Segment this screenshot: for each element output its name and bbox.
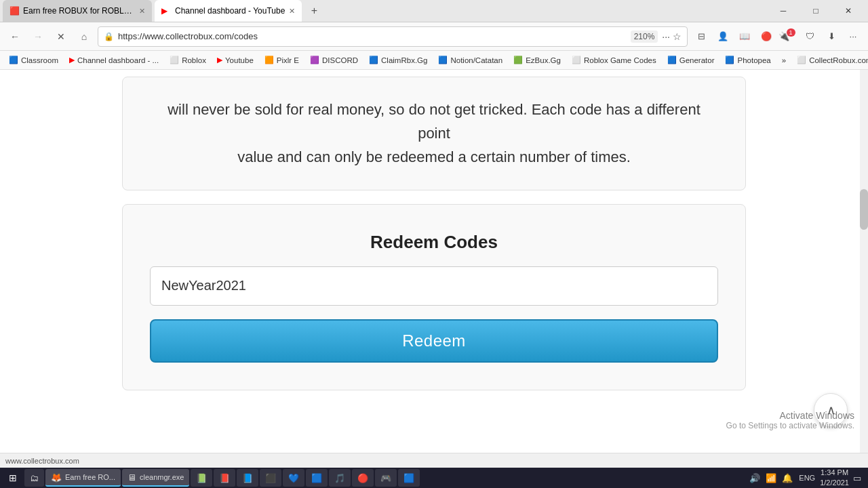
close-button[interactable]: ✕: [833, 0, 864, 22]
powerpoint-icon: 📕: [219, 473, 230, 483]
status-url: www.collectrobux.com: [5, 457, 79, 465]
maximize-button[interactable]: □: [800, 0, 831, 22]
bookmark-discord[interactable]: 🟪 DISCORD: [305, 54, 363, 66]
scrollbar-thumb[interactable]: [860, 189, 868, 230]
immersive-reader-icon[interactable]: 📖: [735, 27, 754, 46]
home-button[interactable]: ⌂: [75, 27, 94, 46]
page-content: will never be sold for real money, so do…: [102, 70, 766, 390]
taskbar-cmd[interactable]: ⬛: [260, 469, 281, 487]
taskbar-powerpoint[interactable]: 📕: [214, 469, 235, 487]
bookmark-star-icon[interactable]: ☆: [673, 31, 682, 42]
taskbar-app4[interactable]: 🟦: [398, 469, 420, 487]
claimrbx-icon: 🟦: [369, 56, 378, 64]
pixlr-icon: 🟧: [264, 56, 274, 64]
tab-1-title: Earn free ROBUX for ROBLOX!: [23, 6, 135, 16]
bookmark-classroom[interactable]: 🟦 Classroom: [4, 54, 63, 66]
tab-1[interactable]: 🟥 Earn free ROBUX for ROBLOX! ✕: [3, 0, 152, 22]
menu-button[interactable]: ···: [844, 27, 863, 46]
bookmark-more[interactable]: »: [777, 55, 791, 66]
extension-2-icon[interactable]: 🔌 1: [778, 27, 797, 46]
profile-button[interactable]: 👤: [713, 27, 732, 46]
youtube-icon-2: ▶: [217, 56, 222, 64]
taskbar-app3[interactable]: 🎮: [375, 469, 397, 487]
taskbar-record[interactable]: 🔴: [352, 469, 374, 487]
tab-2-close[interactable]: ✕: [289, 7, 295, 16]
more-options-icon[interactable]: ···: [662, 31, 670, 42]
taskbar-app1[interactable]: 🟦: [306, 469, 328, 487]
excel-icon: 📗: [196, 473, 207, 483]
bookmark-roblox-codes[interactable]: ⬜ Roblox Game Codes: [567, 54, 661, 66]
cleanmgr-icon: 🖥: [127, 472, 136, 483]
bookmark-label: CollectRobux.com: [809, 56, 868, 64]
youtube-icon-1: ▶: [69, 56, 75, 64]
cmd-icon: ⬛: [265, 473, 276, 483]
system-tray: 🔊 📶 🔔 ENG 1:34 PM 1/2/2021 ▭: [748, 468, 865, 488]
collections-button[interactable]: ⊟: [692, 27, 711, 46]
ezbux-icon: 🟩: [513, 56, 523, 64]
show-desktop-icon[interactable]: ▭: [852, 473, 863, 483]
speakers-icon[interactable]: 🔊: [748, 473, 762, 483]
tray-clock[interactable]: 1:34 PM 1/2/2021: [820, 468, 849, 488]
reload-stop-button[interactable]: ✕: [52, 27, 71, 46]
bookmark-label: Youtube: [225, 56, 254, 64]
taskbar-word[interactable]: 📘: [237, 469, 258, 487]
language-indicator[interactable]: ENG: [797, 474, 817, 482]
bookmark-pixlr[interactable]: 🟧 Pixlr E: [260, 54, 304, 66]
minimize-button[interactable]: ─: [768, 0, 799, 22]
bookmark-label: Notion/Catatan: [450, 56, 502, 64]
bookmark-collectrobux[interactable]: ⬜ CollectRobux.com: [792, 54, 868, 66]
taskbar-ps[interactable]: 💙: [283, 469, 304, 487]
bookmark-notion[interactable]: 🟦 Notion/Catatan: [433, 54, 507, 66]
bookmark-claimrbx[interactable]: 🟦 ClaimRbx.Gg: [364, 54, 432, 66]
bookmark-youtube[interactable]: ▶ Youtube: [212, 54, 258, 66]
taskbar-firefox[interactable]: 🦊 Earn free RO...: [45, 469, 121, 487]
scrollbar-track[interactable]: [860, 70, 868, 468]
bookmark-label: Roblox: [182, 56, 206, 64]
lock-icon: 🔒: [104, 32, 114, 41]
app4-icon: 🟦: [403, 473, 414, 483]
notion-icon: 🟦: [438, 56, 448, 64]
photopea-icon: 🟦: [725, 56, 734, 64]
chevron-up-icon: ∧: [827, 403, 835, 418]
classroom-icon: 🟦: [9, 56, 18, 64]
app2-icon: 🎵: [334, 473, 345, 483]
taskbar-roblox-label: Earn free RO...: [65, 473, 115, 481]
window-controls: ─ □ ✕: [768, 0, 868, 22]
taskbar-file-explorer[interactable]: 🗂: [24, 469, 44, 487]
redeem-button[interactable]: Redeem: [150, 319, 718, 363]
taskbar-app2[interactable]: 🎵: [329, 469, 351, 487]
new-tab-button[interactable]: +: [304, 1, 323, 20]
tab-2-favicon: ▶: [161, 6, 171, 16]
downloads-button[interactable]: ⬇: [822, 27, 841, 46]
roblox-codes-icon: ⬜: [572, 56, 581, 64]
word-icon: 📘: [242, 473, 253, 483]
url-text[interactable]: https://www.collectrobux.com/codes: [118, 31, 627, 41]
scroll-to-top-button[interactable]: ∧: [814, 393, 848, 427]
taskbar-excel[interactable]: 📗: [191, 469, 212, 487]
bookmark-ezbux[interactable]: 🟩 EzBux.Gg: [509, 54, 566, 66]
roblox-icon: ⬜: [170, 56, 179, 64]
bookmark-roblox[interactable]: ⬜ Roblox: [165, 54, 211, 66]
back-button[interactable]: ←: [5, 27, 24, 46]
toolbar-right: ⊟ 👤 📖 🔴 🔌 1 🛡 ⬇ ···: [692, 27, 863, 46]
taskbar-cleanmgr[interactable]: 🖥 cleanmgr.exe: [122, 469, 189, 487]
start-button[interactable]: ⊞: [3, 470, 23, 486]
extension-3-icon[interactable]: 🛡: [800, 27, 819, 46]
bookmark-generator[interactable]: 🟦 Generator: [663, 54, 719, 66]
bookmark-label: »: [782, 56, 786, 64]
url-bar[interactable]: 🔒 https://www.collectrobux.com/codes 210…: [98, 26, 688, 47]
bookmark-channel-dashboard[interactable]: ▶ Channel dashboard - ...: [64, 54, 163, 66]
extension-1-icon[interactable]: 🔴: [757, 27, 776, 46]
network-icon[interactable]: 📶: [764, 473, 778, 483]
notification-icon[interactable]: 🔔: [781, 473, 794, 483]
description-text: will never be sold for real money, so do…: [167, 101, 701, 165]
code-input[interactable]: [150, 266, 718, 306]
bookmark-photopea[interactable]: 🟦 Photopea: [720, 54, 775, 66]
bookmark-label: EzBux.Gg: [526, 56, 561, 64]
tab-1-close[interactable]: ✕: [139, 7, 145, 16]
browser-content: will never be sold for real money, so do…: [0, 70, 868, 468]
bookmark-label: Classroom: [21, 56, 58, 64]
tab-1-favicon: 🟥: [9, 6, 19, 16]
tab-2[interactable]: ▶ Channel dashboard - YouTube ✕: [155, 0, 302, 22]
bookmarks-bar: 🟦 Classroom ▶ Channel dashboard - ... ⬜ …: [0, 51, 868, 70]
